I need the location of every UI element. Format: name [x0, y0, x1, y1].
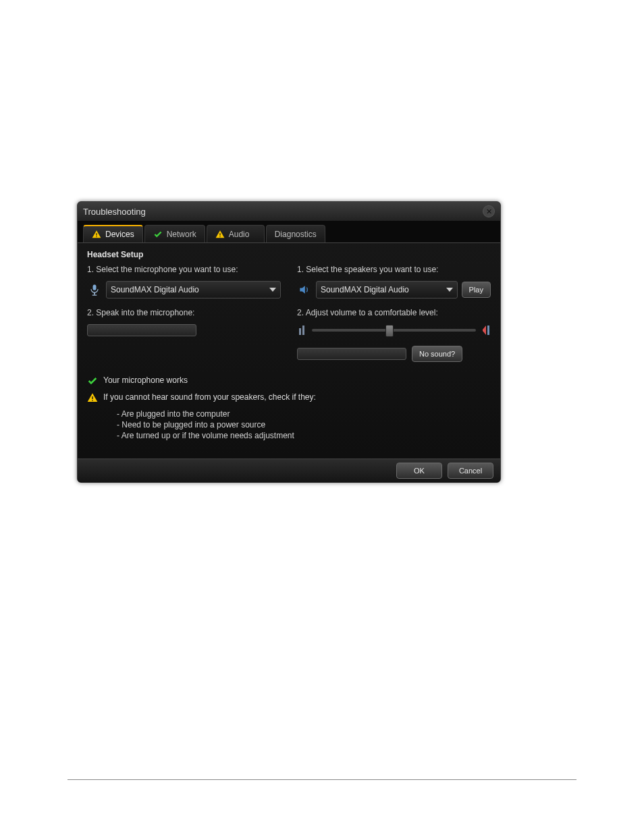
page-divider	[68, 779, 576, 780]
mic-ok-text: Your microphone works	[103, 375, 188, 385]
speakers-select-value: SoundMAX Digital Audio	[321, 285, 409, 294]
tab-network[interactable]: Network	[144, 225, 205, 242]
warning-icon	[215, 230, 225, 239]
tab-diagnostics[interactable]: Diagnostics	[266, 225, 325, 242]
checkmark-icon	[153, 230, 163, 239]
speaker-level-meter	[297, 348, 406, 360]
tab-devices-label: Devices	[105, 230, 134, 239]
svg-rect-1	[96, 236, 97, 237]
svg-rect-8	[302, 325, 304, 335]
svg-rect-0	[96, 233, 97, 236]
volume-low-icon	[297, 324, 306, 336]
volume-slider[interactable]	[312, 329, 476, 332]
warning-icon	[87, 392, 98, 405]
microphone-select-value: SoundMAX Digital Audio	[111, 285, 199, 294]
window-title: Troubleshooting	[83, 207, 146, 217]
dialog-footer: OK Cancel	[78, 459, 500, 482]
ok-button-label: OK	[414, 467, 425, 475]
section-title: Headset Setup	[87, 250, 491, 259]
svg-rect-2	[219, 233, 220, 236]
content-area: Headset Setup 1. Select the microphone y…	[78, 243, 500, 482]
play-button[interactable]: Play	[462, 282, 491, 298]
microphone-select[interactable]: SoundMAX Digital Audio	[106, 281, 281, 298]
play-button-label: Play	[469, 286, 483, 294]
svg-rect-11	[92, 396, 92, 399]
tab-diagnostics-label: Diagnostics	[275, 230, 317, 239]
titlebar: Troubleshooting ✕	[78, 202, 500, 221]
svg-marker-9	[483, 325, 486, 335]
svg-rect-7	[299, 328, 301, 335]
close-button[interactable]: ✕	[483, 205, 495, 217]
svg-rect-3	[219, 236, 220, 236]
mic-ok-status: Your microphone works	[87, 375, 491, 388]
microphone-level-meter	[87, 324, 196, 336]
speakers-column: 1. Select the speakers you want to use: …	[297, 265, 491, 362]
no-sound-button-label: No sound?	[419, 350, 455, 358]
chevron-down-icon	[446, 288, 453, 292]
svg-rect-12	[92, 400, 92, 400]
bullet-item: - Need to be plugged into a power source	[117, 420, 491, 429]
tab-audio-label: Audio	[229, 230, 250, 239]
close-icon: ✕	[486, 207, 492, 216]
svg-rect-4	[93, 285, 97, 290]
microphone-column: 1. Select the microphone you want to use…	[87, 265, 281, 362]
chevron-down-icon	[269, 288, 276, 292]
spk-warn-status: If you cannot hear sound from your speak…	[87, 392, 491, 405]
microphone-icon	[87, 282, 102, 297]
svg-rect-10	[487, 325, 489, 335]
bullet-item: - Are turned up or if the volume needs a…	[117, 431, 491, 440]
spk-step1-label: 1. Select the speakers you want to use:	[297, 265, 491, 274]
spk-warn-bullets: - Are plugged into the computer - Need t…	[117, 409, 491, 440]
volume-slider-row	[297, 324, 491, 336]
warning-icon	[92, 230, 101, 239]
spk-step2-label: 2. Adjust volume to a comfortable level:	[297, 308, 491, 317]
mic-step2-label: 2. Speak into the microphone:	[87, 308, 281, 317]
svg-rect-5	[94, 292, 95, 294]
cancel-button-label: Cancel	[459, 467, 482, 475]
svg-rect-6	[92, 295, 97, 296]
troubleshooting-dialog: Troubleshooting ✕ Devices Network	[77, 201, 501, 483]
bullet-item: - Are plugged into the computer	[117, 409, 491, 419]
tab-audio[interactable]: Audio	[207, 225, 265, 242]
ok-button[interactable]: OK	[396, 463, 442, 479]
mic-step1-label: 1. Select the microphone you want to use…	[87, 265, 281, 274]
checkmark-icon	[87, 375, 98, 388]
cancel-button[interactable]: Cancel	[448, 463, 493, 479]
status-block: Your microphone works If you cannot hear…	[87, 375, 491, 440]
no-sound-button[interactable]: No sound?	[412, 346, 462, 362]
speakers-select[interactable]: SoundMAX Digital Audio	[316, 281, 458, 298]
volume-slider-thumb[interactable]	[385, 325, 394, 337]
volume-high-icon	[481, 324, 491, 336]
tab-network-label: Network	[167, 230, 196, 239]
speaker-icon	[297, 282, 312, 297]
tab-devices[interactable]: Devices	[83, 225, 143, 242]
tab-bar: Devices Network Audio Diagnostics	[78, 221, 500, 243]
spk-warn-text: If you cannot hear sound from your speak…	[103, 392, 316, 402]
